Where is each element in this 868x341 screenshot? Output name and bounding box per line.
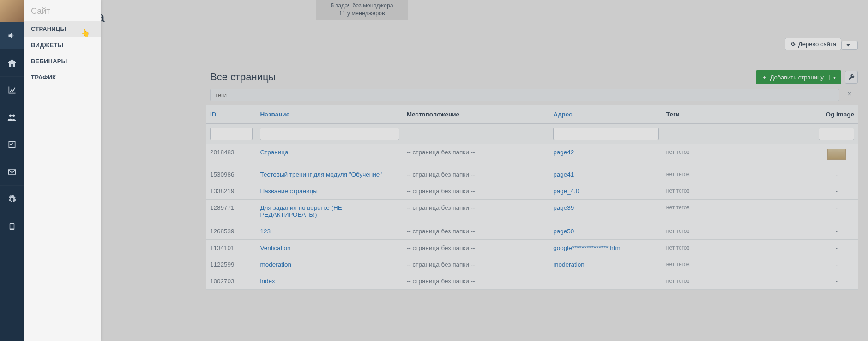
- col-name[interactable]: Название: [256, 105, 403, 124]
- cell-location: -- страница без папки --: [403, 223, 549, 240]
- cell-location: -- страница без папки --: [403, 200, 549, 223]
- flyout-site-menu: Сайт СТРАНИЦЫ ВИДЖЕТЫ ВЕБИНАРЫ ТРАФИК: [24, 0, 101, 341]
- page-name-link[interactable]: 123: [260, 228, 271, 235]
- house-icon: [7, 58, 17, 68]
- cell-tags: нет тегов: [663, 240, 815, 256]
- cell-address: page50: [549, 223, 663, 240]
- og-thumb[interactable]: [827, 149, 846, 160]
- flyout-item-webinars[interactable]: ВЕБИНАРЫ: [24, 53, 101, 69]
- page-name-link[interactable]: Для задания по верстке (НЕ РЕДАКТИРОВАТЬ…: [260, 204, 342, 218]
- cell-id: 1122599: [206, 256, 256, 273]
- table-row[interactable]: 1268539123-- страница без папки --page50…: [206, 223, 858, 240]
- cell-address: page39: [549, 200, 663, 223]
- cell-tags: нет тегов: [663, 183, 815, 200]
- table-row[interactable]: 1530986Тестовый тренинг для модуля "Обуч…: [206, 166, 858, 183]
- rail-item-cog[interactable]: [0, 186, 24, 213]
- cell-og: -: [815, 240, 858, 256]
- cell-og: -: [815, 183, 858, 200]
- rail-item-speaker[interactable]: [0, 22, 24, 49]
- rail-item-check[interactable]: [0, 131, 24, 158]
- speaker-icon: [7, 31, 17, 40]
- pages-table: ID Название Местоположение Адрес Теги Og…: [206, 105, 858, 290]
- pages-panel: Все страницы ＋ Добавить страницу ▾ × ID …: [206, 68, 858, 341]
- page-address-link[interactable]: moderation: [553, 261, 585, 268]
- filter-id[interactable]: [210, 128, 253, 140]
- users-icon: [7, 112, 17, 122]
- rail-item-users[interactable]: [0, 104, 24, 131]
- page-address-link[interactable]: page50: [553, 228, 574, 235]
- page-address-link[interactable]: page41: [553, 171, 574, 178]
- filter-address[interactable]: [553, 128, 659, 140]
- page-name-link[interactable]: Verification: [260, 244, 290, 251]
- page-name-link[interactable]: Название страницы: [260, 188, 317, 195]
- table-row[interactable]: 1134101Verification-- страница без папки…: [206, 240, 858, 256]
- col-id[interactable]: ID: [206, 105, 256, 124]
- tags-clear[interactable]: ×: [848, 90, 851, 97]
- top-notice-line2: 11 у менеджеров: [320, 10, 404, 18]
- flyout-item-traffic[interactable]: ТРАФИК: [24, 69, 101, 85]
- page-name-link[interactable]: index: [260, 278, 275, 285]
- add-page-button[interactable]: ＋ Добавить страницу ▾: [756, 70, 841, 84]
- wrench-button[interactable]: [845, 71, 858, 84]
- filter-name[interactable]: [260, 128, 399, 140]
- cell-id: 1268539: [206, 223, 256, 240]
- rail-item-house[interactable]: [0, 49, 24, 77]
- col-address[interactable]: Адрес: [549, 105, 663, 124]
- cell-address: google***************.html: [549, 240, 663, 256]
- page-address-link[interactable]: page42: [553, 149, 574, 156]
- cell-location: -- страница без папки --: [403, 166, 549, 183]
- check-icon: [7, 140, 17, 149]
- table-row[interactable]: 1338219Название страницы-- страница без …: [206, 183, 858, 200]
- cell-address: page41: [549, 166, 663, 183]
- tags-input[interactable]: [210, 89, 839, 101]
- cell-name: Verification: [256, 240, 403, 256]
- page-address-link[interactable]: google***************.html: [553, 244, 622, 251]
- cell-name: Страница: [256, 144, 403, 166]
- table-row[interactable]: 1122599moderation-- страница без папки -…: [206, 256, 858, 273]
- cell-location: -- страница без папки --: [403, 256, 549, 273]
- rail-item-phone[interactable]: [0, 213, 24, 240]
- page-subtitle: е сайтом: [42, 35, 868, 50]
- gear-icon: [790, 42, 796, 47]
- page-address-link[interactable]: page39: [553, 204, 574, 211]
- cell-name: Название страницы: [256, 183, 403, 200]
- phone-icon: [8, 221, 16, 231]
- cell-name: moderation: [256, 256, 403, 273]
- cell-name: Для задания по верстке (НЕ РЕДАКТИРОВАТЬ…: [256, 200, 403, 223]
- chevron-down-icon: [846, 43, 850, 47]
- page-address-link[interactable]: page_4.0: [553, 188, 579, 195]
- avatar[interactable]: [0, 0, 24, 22]
- tabs-row: г Настройки: [42, 58, 868, 66]
- cell-id: 1134101: [206, 240, 256, 256]
- rail-item-chart[interactable]: [0, 77, 24, 104]
- cell-name: Тестовый тренинг для модуля "Обучение": [256, 166, 403, 183]
- table-row[interactable]: 1289771Для задания по верстке (НЕ РЕДАКТ…: [206, 200, 858, 223]
- cell-id: 1338219: [206, 183, 256, 200]
- col-location[interactable]: Местоположение: [403, 105, 549, 124]
- page-name-link[interactable]: Страница: [260, 149, 288, 156]
- filter-og[interactable]: [819, 128, 854, 140]
- mail-icon: [7, 167, 17, 177]
- table-row[interactable]: 1002703index-- страница без папки --нет …: [206, 273, 858, 290]
- wrench-icon: [848, 74, 855, 80]
- rail-item-mail[interactable]: [0, 158, 24, 186]
- top-notice[interactable]: 5 задач без менеджера 11 у менеджеров: [316, 0, 408, 20]
- site-tree-dropdown[interactable]: Дерево сайта: [785, 38, 858, 50]
- plus-icon: ＋: [761, 73, 767, 81]
- col-og[interactable]: Og Image: [815, 105, 858, 124]
- cell-tags: нет тегов: [663, 256, 815, 273]
- cog-icon: [7, 195, 17, 204]
- cell-tags: нет тегов: [663, 166, 815, 183]
- cell-tags: нет тегов: [663, 273, 815, 290]
- cell-address: page_4.0: [549, 183, 663, 200]
- cell-og: [815, 144, 858, 166]
- add-page-caret[interactable]: ▾: [829, 75, 836, 80]
- page-name-link[interactable]: Тестовый тренинг для модуля "Обучение": [260, 171, 382, 178]
- flyout-item-widgets[interactable]: ВИДЖЕТЫ: [24, 37, 101, 53]
- col-tags[interactable]: Теги: [663, 105, 815, 124]
- page-title: рная лига: [42, 9, 868, 25]
- page-name-link[interactable]: moderation: [260, 261, 291, 268]
- site-tree-caret[interactable]: [841, 41, 858, 50]
- top-notice-line1: 5 задач без менеджера: [320, 2, 404, 10]
- table-row[interactable]: 2018483Страница-- страница без папки --p…: [206, 144, 858, 166]
